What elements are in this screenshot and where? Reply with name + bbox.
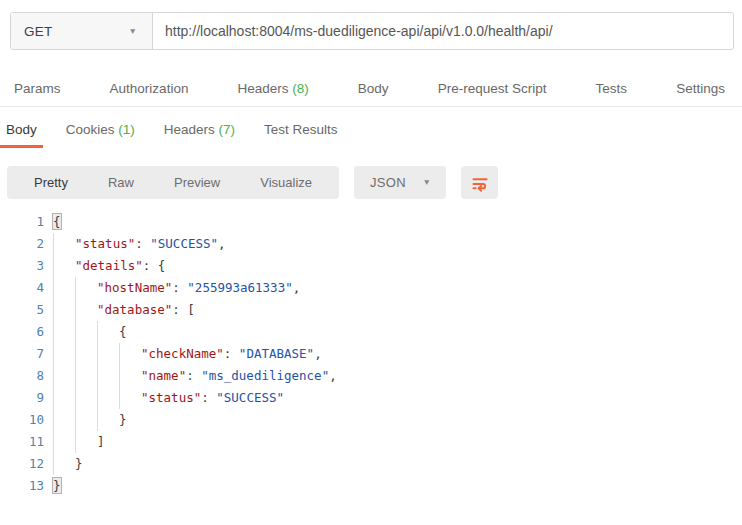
indent-guide — [119, 343, 141, 365]
indent-guide — [53, 321, 75, 343]
tab-label: Headers — [237, 81, 288, 96]
code-line-content: { — [53, 321, 127, 343]
code-line: 2"status": "SUCCESS", — [0, 233, 742, 255]
code-line: 11] — [0, 431, 742, 453]
response-toolbar: PrettyRawPreviewVisualize JSON ▼ — [7, 166, 498, 199]
line-number: 6 — [0, 321, 44, 343]
view-mode-pretty[interactable]: Pretty — [14, 166, 88, 199]
request-tab-tests[interactable]: Tests — [596, 81, 628, 96]
code-line: 6{ — [0, 321, 742, 343]
tab-label: Authorization — [110, 81, 189, 96]
code-line-content: "hostName": "255993a61333", — [53, 277, 300, 299]
tab-label: Test Results — [264, 122, 338, 137]
tab-count-badge: (7) — [215, 122, 235, 137]
code-line: 9"status": "SUCCESS" — [0, 387, 742, 409]
method-dropdown[interactable]: GET ▼ — [11, 13, 153, 49]
request-url-bar: GET ▼ http://localhost:8004/ms-duedilige… — [10, 12, 734, 50]
request-tab-settings[interactable]: Settings — [676, 81, 725, 96]
indent-guide — [97, 343, 119, 365]
line-number: 9 — [0, 387, 44, 409]
code-token: , — [314, 346, 322, 361]
indent-guide — [75, 365, 97, 387]
code-token: , — [293, 280, 301, 295]
code-token: : { — [143, 258, 166, 273]
indent-guide — [119, 387, 141, 409]
code-token: : — [135, 236, 150, 251]
code-line-content: { — [53, 211, 61, 233]
tab-label: Pre-request Script — [438, 81, 547, 96]
code-token: : [ — [172, 302, 195, 317]
indent-guide — [53, 343, 75, 365]
code-token: { — [119, 324, 127, 339]
code-token: "SUCCESS" — [216, 390, 284, 405]
code-line: 13} — [0, 475, 742, 497]
code-token: : — [172, 280, 187, 295]
view-mode-raw[interactable]: Raw — [88, 166, 154, 199]
response-tab-test-results[interactable]: Test Results — [258, 116, 344, 148]
response-tab-body[interactable]: Body — [0, 116, 43, 148]
tab-label: Settings — [676, 81, 725, 96]
indent-guide — [53, 299, 75, 321]
wrap-lines-icon — [470, 173, 490, 193]
code-line: 3"details": { — [0, 255, 742, 277]
response-tab-headers[interactable]: Headers (7) — [158, 116, 241, 148]
code-line-content: "checkName": "DATABASE", — [53, 343, 322, 365]
code-line-content: "name": "ms_duediligence", — [53, 365, 337, 387]
code-token: { — [53, 214, 61, 229]
indent-guide — [53, 277, 75, 299]
view-mode-visualize[interactable]: Visualize — [240, 166, 332, 199]
code-line-content: } — [53, 453, 83, 475]
url-input[interactable]: http://localhost:8004/ms-duediligence-ap… — [153, 13, 733, 49]
line-number: 7 — [0, 343, 44, 365]
request-tab-params[interactable]: Params — [14, 81, 61, 96]
postman-request-view: GET ▼ http://localhost:8004/ms-duedilige… — [0, 0, 742, 525]
url-text: http://localhost:8004/ms-duediligence-ap… — [165, 23, 553, 39]
tab-count-badge: (8) — [289, 81, 309, 96]
code-line-content: "status": "SUCCESS" — [53, 387, 284, 409]
response-tab-cookies[interactable]: Cookies (1) — [60, 116, 141, 148]
request-tab-authorization[interactable]: Authorization — [110, 81, 189, 96]
code-token: "255993a61333" — [187, 280, 292, 295]
indent-guide — [119, 365, 141, 387]
tab-label: Tests — [596, 81, 628, 96]
indent-guide — [75, 343, 97, 365]
indent-guide — [75, 321, 97, 343]
code-line-content: "details": { — [53, 255, 165, 277]
indent-guide — [75, 409, 97, 431]
chevron-down-icon: ▼ — [129, 27, 137, 36]
code-token: "status" — [141, 390, 201, 405]
request-tab-body[interactable]: Body — [358, 81, 389, 96]
code-token: : — [186, 368, 201, 383]
code-token: "name" — [141, 368, 186, 383]
code-line-content: "status": "SUCCESS", — [53, 233, 226, 255]
tab-count-badge: (1) — [115, 122, 135, 137]
tab-label: Body — [358, 81, 389, 96]
code-line-content: "database": [ — [53, 299, 195, 321]
request-tab-pre-request-script[interactable]: Pre-request Script — [438, 81, 547, 96]
language-dropdown[interactable]: JSON ▼ — [354, 166, 446, 199]
code-token: "database" — [97, 302, 172, 317]
line-number: 3 — [0, 255, 44, 277]
indent-guide — [53, 365, 75, 387]
code-token: , — [329, 368, 337, 383]
tab-label: Cookies — [66, 122, 115, 137]
code-line: 1{ — [0, 211, 742, 233]
indent-guide — [53, 255, 75, 277]
code-token: "details" — [75, 258, 143, 273]
indent-guide — [53, 387, 75, 409]
code-token: "SUCCESS" — [150, 236, 218, 251]
indent-guide — [97, 321, 119, 343]
line-number: 12 — [0, 453, 44, 475]
line-number: 5 — [0, 299, 44, 321]
code-token: : — [201, 390, 216, 405]
code-line-content: } — [53, 409, 127, 431]
view-mode-preview[interactable]: Preview — [154, 166, 240, 199]
tab-label: Params — [14, 81, 61, 96]
code-line: 8"name": "ms_duediligence", — [0, 365, 742, 387]
response-body-editor[interactable]: 1{2"status": "SUCCESS",3"details": {4"ho… — [0, 211, 742, 525]
wrap-lines-button[interactable] — [461, 166, 498, 199]
request-tab-headers[interactable]: Headers (8) — [237, 81, 308, 96]
code-line: 5"database": [ — [0, 299, 742, 321]
code-token: "checkName" — [141, 346, 224, 361]
code-token: , — [218, 236, 226, 251]
